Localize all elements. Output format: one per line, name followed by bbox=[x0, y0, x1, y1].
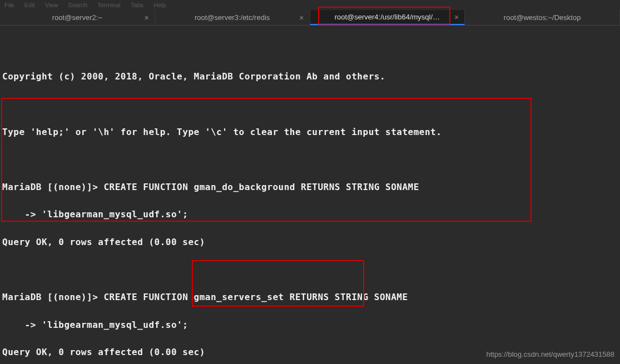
terminal-line: -> 'libgearman_mysql_udf.so'; bbox=[2, 209, 188, 220]
menu-terminal[interactable]: Terminal bbox=[97, 2, 121, 8]
tabbar: root@server2:~ × root@server3:/etc/redis… bbox=[0, 10, 620, 26]
menu-tabs[interactable]: Tabs bbox=[131, 2, 143, 8]
terminal-line: MariaDB [(none)]> CREATE FUNCTION gman_d… bbox=[2, 182, 425, 192]
menu-view[interactable]: View bbox=[45, 2, 58, 8]
terminal-line: Query OK, 0 rows affected (0.00 sec) bbox=[2, 347, 205, 357]
terminal-line: -> 'libgearman_mysql_udf.so'; bbox=[2, 320, 188, 330]
menubar: File Edit View Search Terminal Tabs Help bbox=[0, 0, 620, 10]
tab-server3[interactable]: root@server3:/etc/redis × bbox=[155, 10, 310, 25]
watermark: https://blog.csdn.net/qwerty1372431588 bbox=[486, 350, 614, 358]
close-icon[interactable]: × bbox=[454, 13, 459, 22]
tab-server2[interactable]: root@server2:~ × bbox=[0, 10, 155, 25]
close-icon[interactable]: × bbox=[299, 13, 304, 22]
menu-file[interactable]: File bbox=[4, 2, 14, 8]
terminal-output[interactable]: Copyright (c) 2000, 2018, Oracle, MariaD… bbox=[0, 26, 620, 364]
tab-label: root@westos:~/Desktop bbox=[504, 13, 581, 22]
tab-label: root@server4:/usr/lib64/mysql/… bbox=[335, 13, 440, 21]
menu-help[interactable]: Help bbox=[153, 2, 166, 8]
tab-label: root@server2:~ bbox=[52, 13, 102, 22]
highlight-box-sql bbox=[1, 98, 532, 222]
terminal-line: Type 'help;' or '\h' for help. Type '\c'… bbox=[2, 127, 442, 137]
terminal-line: Query OK, 0 rows affected (0.00 sec) bbox=[2, 237, 205, 247]
tab-westos[interactable]: root@westos:~/Desktop bbox=[465, 10, 620, 25]
close-icon[interactable]: × bbox=[145, 13, 149, 22]
menu-search[interactable]: Search bbox=[68, 2, 87, 8]
tab-server4[interactable]: root@server4:/usr/lib64/mysql/… × bbox=[310, 10, 465, 25]
terminal-line: MariaDB [(none)]> CREATE FUNCTION gman_s… bbox=[2, 292, 414, 302]
menu-edit[interactable]: Edit bbox=[24, 2, 35, 8]
tab-label: root@server3:/etc/redis bbox=[195, 13, 270, 22]
terminal-line: Copyright (c) 2000, 2018, Oracle, MariaD… bbox=[2, 71, 385, 82]
